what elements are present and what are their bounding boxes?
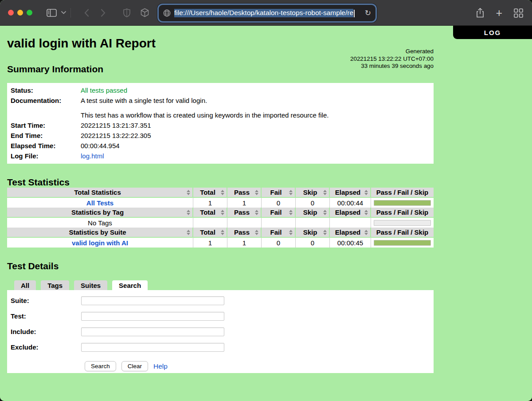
column-header-statistics-by-tag[interactable]: Statistics by Tag <box>7 208 193 218</box>
include-field-row: Include: <box>7 327 434 336</box>
total-cell: 1 <box>193 238 227 248</box>
column-header-elapsed[interactable]: Elapsed <box>330 208 371 218</box>
clear-button[interactable]: Clear <box>121 361 148 371</box>
log-button[interactable]: LOG <box>453 26 532 39</box>
elapsed-cell: 00:00:44 <box>330 198 371 208</box>
column-header-statistics-by-suite[interactable]: Statistics by Suite <box>7 228 193 238</box>
reload-icon[interactable]: ↻ <box>365 8 371 18</box>
all-tests-link[interactable]: All Tests <box>86 199 113 207</box>
log-file-label: Log File: <box>7 151 81 161</box>
tab-all[interactable]: All <box>14 280 36 290</box>
column-header-elapsed[interactable]: Elapsed <box>330 228 371 238</box>
help-link[interactable]: Help <box>153 362 168 370</box>
summary-row-documentation2: This test has a workflow that is created… <box>7 110 434 120</box>
test-field-label: Test: <box>7 312 81 320</box>
include-input[interactable] <box>81 327 224 336</box>
pass-cell <box>227 218 262 228</box>
back-button[interactable] <box>84 9 89 17</box>
column-header-elapsed[interactable]: Elapsed <box>330 188 371 198</box>
address-bar[interactable]: file:///Users/haole/Desktop/katalon-test… <box>159 5 376 21</box>
suite-link[interactable]: valid login with AI <box>72 239 128 247</box>
table-row: All Tests 1 1 0 0 00:00:44 <box>7 198 434 208</box>
documentation-line2: This test has a workflow that is created… <box>81 110 434 120</box>
column-header-fail[interactable]: Fail <box>262 208 296 218</box>
pass-fail-skip-bar-cell <box>371 218 434 228</box>
tab-tags[interactable]: Tags <box>41 280 69 290</box>
sidebar-icon[interactable] <box>47 9 57 17</box>
log-file-link[interactable]: log.html <box>81 152 104 160</box>
sort-icon[interactable] <box>323 230 327 235</box>
close-window-button[interactable] <box>8 10 14 16</box>
statistics-by-suite-table: Statistics by Suite Total Pass Fail Skip… <box>7 228 434 248</box>
pass-cell: 1 <box>227 238 262 248</box>
table-row: No Tags <box>7 218 434 228</box>
share-icon[interactable] <box>476 8 484 18</box>
sort-icon[interactable] <box>289 230 293 235</box>
sort-icon[interactable] <box>364 190 368 195</box>
url-text[interactable]: file:///Users/haole/Desktop/katalon-test… <box>174 9 362 17</box>
fail-cell: 0 <box>262 198 296 208</box>
details-heading: Test Details <box>7 261 434 271</box>
minimize-window-button[interactable] <box>17 10 23 16</box>
sort-icon[interactable] <box>255 210 258 215</box>
exclude-field-label: Exclude: <box>7 343 81 351</box>
summary-row-status: Status: All tests passed <box>7 85 434 95</box>
elapsed-cell <box>330 218 371 228</box>
total-cell <box>193 218 227 228</box>
include-field-label: Include: <box>7 328 81 335</box>
start-time-label: Start Time: <box>7 120 81 130</box>
exclude-input[interactable] <box>81 343 224 352</box>
column-header-skip[interactable]: Skip <box>296 228 330 238</box>
sort-icon[interactable] <box>221 190 224 195</box>
column-header-fail[interactable]: Fail <box>262 228 296 238</box>
column-header-total-statistics[interactable]: Total Statistics <box>7 188 193 198</box>
extensions-cube-icon[interactable] <box>140 8 149 17</box>
column-header-total[interactable]: Total <box>193 188 227 198</box>
tab-suites[interactable]: Suites <box>74 280 107 290</box>
new-tab-plus-icon[interactable]: + <box>496 8 502 19</box>
sort-icon[interactable] <box>289 210 293 215</box>
generated-time: 20221215 13:22:22 UTC+07:00 <box>350 55 434 63</box>
no-tags-cell: No Tags <box>7 218 193 228</box>
elapsed-time-label: Elapsed Time: <box>7 141 81 151</box>
sort-icon[interactable] <box>187 230 190 235</box>
sort-icon[interactable] <box>187 190 190 195</box>
column-header-skip[interactable]: Skip <box>296 208 330 218</box>
pass-bar <box>374 240 430 245</box>
search-panel: Suite: Test: Include: Exclude: Search <box>7 290 434 373</box>
suite-input[interactable] <box>81 296 224 305</box>
sort-icon[interactable] <box>323 210 327 215</box>
sort-icon[interactable] <box>289 190 293 195</box>
documentation-label: Documentation: <box>7 95 81 106</box>
summary-row-start: Start Time: 20221215 13:21:37.351 <box>7 120 434 130</box>
column-header-pass[interactable]: Pass <box>227 228 262 238</box>
sort-icon[interactable] <box>187 210 190 215</box>
tab-search[interactable]: Search <box>112 280 148 290</box>
sort-icon[interactable] <box>364 210 368 215</box>
browser-window: file:///Users/haole/Desktop/katalon-test… <box>0 0 532 401</box>
generated-ago: 33 minutes 39 seconds ago <box>350 63 434 70</box>
sort-icon[interactable] <box>221 210 224 215</box>
status-value: All tests passed <box>81 85 434 95</box>
sort-icon[interactable] <box>323 190 327 195</box>
column-header-total[interactable]: Total <box>193 228 227 238</box>
column-header-fail[interactable]: Fail <box>262 188 296 198</box>
report-page: LOG valid login with AI Report Generated… <box>0 26 532 401</box>
tab-overview-icon[interactable] <box>514 8 523 18</box>
sort-icon[interactable] <box>255 230 258 235</box>
statistics-heading: Test Statistics <box>7 177 434 188</box>
column-header-total[interactable]: Total <box>193 208 227 218</box>
forward-button[interactable] <box>101 9 106 17</box>
privacy-shield-icon[interactable] <box>123 8 130 17</box>
sort-icon[interactable] <box>221 230 224 235</box>
column-header-pass[interactable]: Pass <box>227 208 262 218</box>
search-button[interactable]: Search <box>85 361 116 371</box>
column-header-bar: Pass / Fail / Skip <box>371 208 434 218</box>
test-input[interactable] <box>81 312 224 321</box>
column-header-skip[interactable]: Skip <box>296 188 330 198</box>
sort-icon[interactable] <box>255 190 258 195</box>
chevron-down-icon[interactable] <box>61 11 66 14</box>
column-header-pass[interactable]: Pass <box>227 188 262 198</box>
sort-icon[interactable] <box>364 230 368 235</box>
zoom-window-button[interactable] <box>27 10 32 16</box>
